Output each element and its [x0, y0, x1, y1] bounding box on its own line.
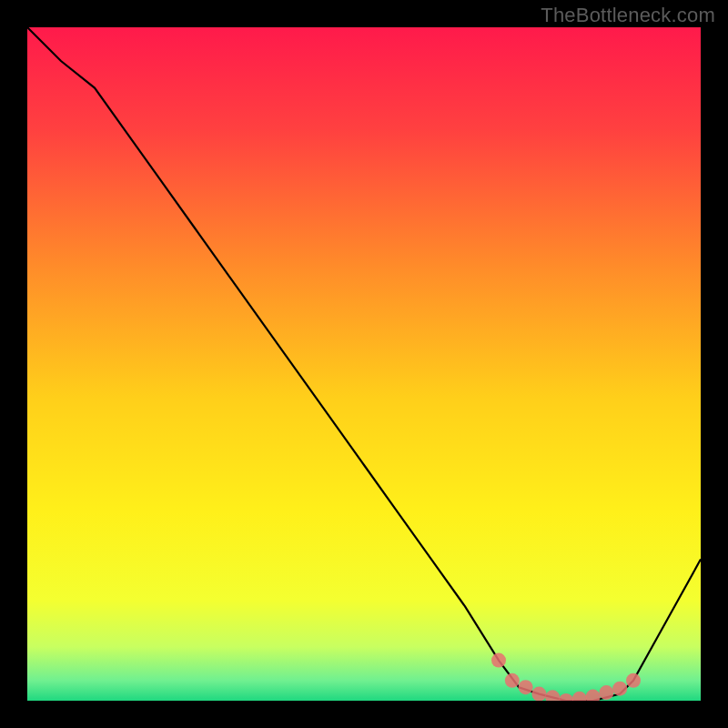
chart-frame: TheBottleneck.com: [0, 0, 728, 728]
marker-point: [491, 653, 506, 668]
marker-point: [612, 682, 627, 696]
marker-point: [531, 687, 546, 701]
marker-point: [626, 673, 641, 688]
attribution-label: TheBottleneck.com: [541, 4, 715, 27]
chart-svg: [27, 27, 701, 701]
plot-area: [27, 27, 701, 701]
marker-point: [519, 680, 533, 694]
marker-point: [505, 673, 520, 688]
gradient-background: [27, 27, 701, 701]
marker-point: [599, 685, 613, 700]
